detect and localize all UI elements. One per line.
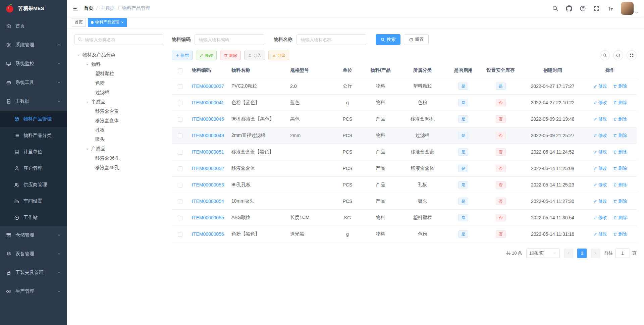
tree-node-group[interactable]: 产成品: [74, 144, 163, 154]
material-code-link[interactable]: ITEM00000051: [192, 149, 224, 155]
sidebar-item-system-management[interactable]: 系统管理: [0, 36, 67, 54]
material-code-link[interactable]: ITEM00000046: [192, 116, 224, 122]
edit-row-button[interactable]: 修改: [593, 149, 607, 155]
sidebar-item-customer-management[interactable]: 客户管理: [0, 160, 67, 176]
reset-button[interactable]: 重置: [404, 34, 429, 45]
edit-row-button[interactable]: 修改: [593, 83, 607, 89]
add-button[interactable]: 新增: [172, 51, 193, 60]
edit-row-button[interactable]: 修改: [593, 116, 607, 122]
sidebar-item-system-tools[interactable]: 系统工具: [0, 73, 67, 92]
tree-node-leaf[interactable]: 移液盒48孔: [74, 163, 163, 172]
delete-row-button[interactable]: 删除: [613, 116, 627, 122]
delete-row-button[interactable]: 删除: [613, 165, 627, 171]
sidebar-item-system-monitor[interactable]: 系统监控: [0, 54, 67, 73]
delete-row-button[interactable]: 删除: [613, 215, 627, 221]
row-checkbox[interactable]: [178, 232, 182, 237]
edit-row-button[interactable]: 修改: [593, 215, 607, 221]
refresh-button[interactable]: [613, 50, 623, 60]
tree-node-leaf[interactable]: 移液盒盒体: [74, 116, 163, 125]
delete-row-button[interactable]: 删除: [613, 132, 627, 139]
tree-node-root[interactable]: 物料及产品分类: [74, 50, 163, 60]
material-code-link[interactable]: ITEM00000052: [192, 166, 224, 171]
tab-close-icon[interactable]: ×: [121, 20, 124, 24]
sidebar-item-workshop-settings[interactable]: 车间设置: [0, 193, 67, 209]
row-checkbox[interactable]: [178, 84, 182, 89]
toggle-search-button[interactable]: [600, 50, 610, 60]
tree-node-leaf[interactable]: 塑料颗粒: [74, 69, 163, 78]
sidebar-item-warehouse-management[interactable]: 仓储管理: [0, 226, 67, 245]
breadcrumb-master-data[interactable]: 主数据: [101, 5, 115, 11]
edit-row-button[interactable]: 修改: [593, 182, 607, 188]
prev-page-button[interactable]: [564, 249, 573, 258]
material-code-link[interactable]: ITEM00000056: [192, 231, 224, 237]
delete-row-button[interactable]: 删除: [613, 231, 627, 237]
row-checkbox[interactable]: [178, 117, 182, 122]
material-code-link[interactable]: ITEM00000055: [192, 215, 224, 220]
material-code-link[interactable]: ITEM00000054: [192, 199, 224, 204]
row-checkbox[interactable]: [178, 166, 182, 171]
row-checkbox[interactable]: [178, 133, 182, 138]
delete-row-button[interactable]: 删除: [613, 198, 627, 204]
material-code-link[interactable]: ITEM00000053: [192, 182, 224, 187]
material-code-link[interactable]: ITEM00000037: [192, 84, 224, 89]
sidebar-item-equipment-management[interactable]: 设备管理: [0, 245, 67, 263]
select-all-checkbox[interactable]: [178, 68, 182, 73]
sidebar-item-master-data[interactable]: 主数据: [0, 92, 67, 111]
row-checkbox[interactable]: [178, 216, 182, 220]
tree-node-group[interactable]: 半成品: [74, 97, 163, 107]
sidebar-item-production-management[interactable]: 生产管理: [0, 282, 67, 301]
app-logo[interactable]: 苦糖果MES: [0, 0, 67, 17]
sidebar-item-workstation[interactable]: 工作站: [0, 209, 67, 226]
row-checkbox[interactable]: [178, 101, 182, 105]
search-button[interactable]: 搜索: [376, 34, 400, 45]
hamburger-icon[interactable]: [67, 0, 84, 17]
delete-row-button[interactable]: 删除: [613, 149, 627, 155]
next-page-button[interactable]: [591, 249, 600, 258]
row-checkbox[interactable]: [178, 150, 182, 155]
tree-node-leaf[interactable]: 吸头: [74, 135, 163, 144]
sidebar-item-measure-unit[interactable]: 计量单位: [0, 144, 67, 160]
edit-row-button[interactable]: 修改: [593, 198, 607, 204]
edit-row-button[interactable]: 修改: [593, 231, 607, 237]
edit-button[interactable]: 修改: [196, 51, 217, 60]
export-button[interactable]: 导出: [268, 51, 289, 60]
sidebar-item-home[interactable]: 首页: [0, 17, 67, 36]
material-name-input[interactable]: [297, 34, 366, 45]
tree-node-leaf[interactable]: 过滤棉: [74, 88, 163, 97]
sidebar-item-material-product-management[interactable]: 物料产品管理: [0, 111, 67, 127]
help-icon[interactable]: [580, 5, 586, 12]
user-menu[interactable]: [621, 2, 639, 15]
tree-node-group[interactable]: 物料: [74, 60, 163, 69]
tab-material-product-management[interactable]: 物料产品管理 ×: [88, 18, 127, 27]
delete-row-button[interactable]: 删除: [613, 83, 627, 89]
material-code-input[interactable]: [195, 34, 264, 45]
goto-page-input[interactable]: [615, 249, 630, 258]
avatar[interactable]: [621, 2, 634, 15]
sidebar-item-supplier-management[interactable]: 供应商管理: [0, 176, 67, 193]
import-button[interactable]: 导入: [244, 51, 265, 60]
search-icon[interactable]: [552, 5, 558, 12]
github-icon[interactable]: [566, 5, 572, 12]
tree-node-leaf[interactable]: 孔板: [74, 125, 163, 135]
fullscreen-icon[interactable]: [593, 5, 600, 12]
tree-node-leaf[interactable]: 移液盒96孔: [74, 154, 163, 163]
edit-row-button[interactable]: 修改: [593, 165, 607, 171]
sidebar-item-material-product-category[interactable]: 物料产品分类: [0, 127, 67, 144]
edit-row-button[interactable]: 修改: [593, 132, 607, 139]
page-size-select[interactable]: 10条/页: [526, 249, 560, 258]
page-number-1[interactable]: 1: [577, 249, 587, 258]
category-search-input[interactable]: [74, 34, 163, 45]
breadcrumb-home[interactable]: 首页: [84, 5, 93, 11]
tree-node-leaf[interactable]: 移液盒盒盖: [74, 107, 163, 116]
row-checkbox[interactable]: [178, 199, 182, 204]
delete-row-button[interactable]: 删除: [613, 182, 627, 188]
delete-button[interactable]: 删除: [220, 51, 241, 60]
sidebar-item-fixture-management[interactable]: 工装夹具管理: [0, 263, 67, 282]
edit-row-button[interactable]: 修改: [593, 100, 607, 106]
tab-home[interactable]: 首页: [72, 18, 86, 27]
font-size-icon[interactable]: [607, 5, 613, 12]
tree-node-leaf[interactable]: 色粉: [74, 78, 163, 88]
row-checkbox[interactable]: [178, 183, 182, 187]
column-settings-button[interactable]: [627, 50, 637, 60]
material-code-link[interactable]: ITEM00000049: [192, 133, 224, 138]
